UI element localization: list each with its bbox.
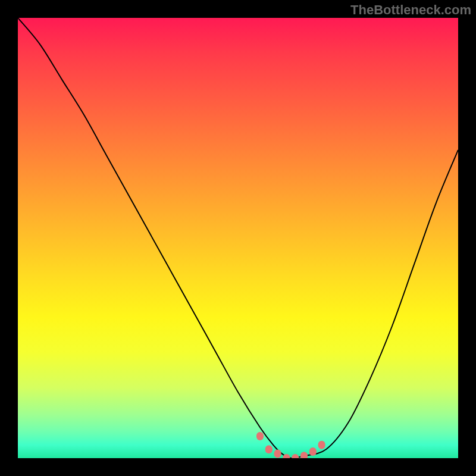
- svg-rect-5: [300, 452, 308, 458]
- svg-rect-0: [256, 432, 264, 440]
- svg-rect-7: [318, 441, 325, 449]
- svg-rect-1: [265, 445, 273, 453]
- watermark-text: TheBottleneck.com: [350, 2, 471, 18]
- svg-rect-2: [274, 450, 281, 458]
- svg-rect-6: [309, 447, 317, 456]
- optimal-markers: [18, 18, 458, 458]
- svg-rect-3: [283, 454, 290, 458]
- svg-rect-4: [292, 454, 299, 458]
